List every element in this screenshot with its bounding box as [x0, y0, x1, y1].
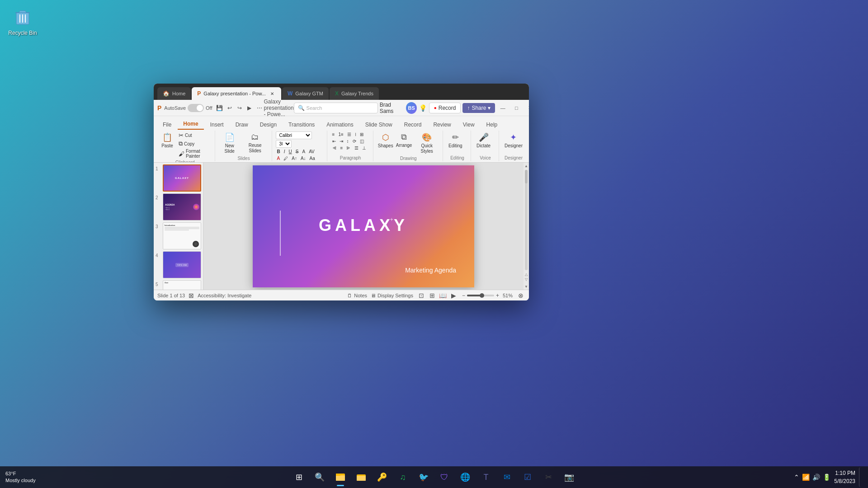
normal-view-button[interactable]: ⊡ — [417, 291, 426, 300]
start-button[interactable]: ⊞ — [289, 467, 309, 487]
decrease-indent-button[interactable]: ⇤ — [331, 138, 337, 144]
scroll-thumb[interactable] — [525, 170, 528, 183]
ribbon-tab-record[interactable]: Record — [399, 120, 427, 130]
slide-subtitle[interactable]: Marketing Agenda — [405, 267, 456, 274]
tab-home[interactable]: 🏠 Home — [157, 87, 191, 100]
slide-preview-1[interactable]: GALAXY — [163, 164, 201, 192]
active-slide[interactable]: GALAXY Marketing Agenda + · ○ — [253, 165, 474, 287]
ribbon-tab-animations[interactable]: Animations — [321, 120, 359, 130]
ribbon-tab-slideshow[interactable]: Slide Show — [360, 120, 398, 130]
slide-title[interactable]: GALAXY — [319, 216, 408, 235]
record-button[interactable]: ● Record — [429, 103, 461, 113]
slide-preview-5[interactable]: Chart — [163, 280, 201, 290]
present-button[interactable]: ▶ — [245, 103, 254, 113]
numbering-button[interactable]: 1≡ — [337, 131, 344, 137]
text-highlight-button[interactable]: 🖊 — [282, 155, 289, 161]
fit-to-window-button[interactable]: ⊗ — [516, 291, 525, 300]
minimize-button[interactable]: — — [497, 103, 509, 113]
user-avatar[interactable]: BS — [406, 102, 417, 114]
align-center-button[interactable]: ≡ — [339, 145, 344, 151]
ribbon-tab-home[interactable]: Home — [178, 119, 203, 130]
taskbar-app-mail[interactable]: ✉ — [497, 467, 517, 487]
columns-button[interactable]: ⁞ — [354, 131, 358, 137]
quick-styles-button[interactable]: 🎨 Quick Styles — [414, 131, 440, 155]
increase-indent-button[interactable]: ⇥ — [338, 138, 344, 144]
display-settings-button[interactable]: 🖥 Display Settings — [371, 293, 413, 298]
recycle-bin-icon[interactable]: Recycle Bin — [5, 5, 41, 36]
slide-thumb-2[interactable]: 2 AGENDA • Item 1 • Item 2 — [156, 193, 201, 221]
underline-button[interactable]: U — [288, 149, 293, 155]
slide-panel[interactable]: 1 GALAXY 2 AGENDA • Item 1 • Item 2 — [154, 163, 203, 290]
clock[interactable]: 1:10 PM 5/8/2023 — [834, 469, 855, 485]
designer-button[interactable]: ✦ Designer — [503, 131, 524, 150]
share-button[interactable]: ↑ Share ▾ — [462, 103, 495, 113]
slide-preview-4[interactable]: TOPIC ONE — [163, 251, 201, 278]
text-shadow-button[interactable]: A — [301, 149, 307, 155]
redo-button[interactable]: ↪ — [235, 103, 244, 113]
accessibility-info[interactable]: Accessibility: Investigate — [198, 293, 251, 298]
format-painter-button[interactable]: 🖌 Format Painter — [177, 148, 212, 159]
volume-icon[interactable]: 🔊 — [812, 474, 820, 481]
taskbar-app-explorer[interactable] — [330, 467, 350, 487]
zoom-plus-icon[interactable]: + — [496, 292, 499, 299]
slide-thumb-4[interactable]: 4 TOPIC ONE — [156, 251, 201, 278]
battery-icon[interactable]: 🔋 — [823, 474, 830, 481]
bold-button[interactable]: B — [276, 149, 282, 155]
font-color-button[interactable]: A — [276, 155, 282, 161]
align-vert-button[interactable]: ⊥ — [361, 145, 368, 151]
taskbar-app-teams[interactable]: T — [476, 467, 496, 487]
taskbar-app-snip[interactable]: ✂ — [538, 467, 558, 487]
slide-thumb-1[interactable]: 1 GALAXY — [156, 164, 201, 192]
zoom-slider[interactable]: − + — [462, 292, 499, 299]
slide-preview-3[interactable]: Introduction — [163, 222, 201, 249]
increase-font-button[interactable]: A↑ — [290, 155, 298, 161]
multilevel-button[interactable]: ☰ — [346, 131, 353, 137]
autosave-toggle[interactable]: AutoSave Off — [164, 104, 212, 112]
chevron-up-icon[interactable]: ⌃ — [794, 474, 799, 481]
decrease-font-button[interactable]: A↓ — [299, 155, 307, 161]
zoom-minus-icon[interactable]: − — [462, 292, 465, 299]
scroll-next-slide[interactable]: ▽ — [524, 277, 528, 282]
cut-button[interactable]: ✂ Cut — [177, 131, 212, 139]
taskbar-app-file-explorer[interactable] — [351, 467, 371, 487]
reuse-slides-button[interactable]: 🗂 Reuse Slides — [241, 131, 269, 155]
taskbar-app-1password[interactable]: 🔑 — [372, 467, 392, 487]
scroll-up-arrow[interactable]: ▲ — [524, 164, 528, 168]
dictate-button[interactable]: 🎤 Dictate — [475, 131, 492, 150]
ribbon-tab-view[interactable]: View — [458, 120, 480, 130]
search-bar[interactable]: 🔍 Search — [294, 103, 378, 113]
search-taskbar-button[interactable]: 🔍 — [310, 467, 330, 487]
taskbar-app-twitter[interactable]: 🐦 — [414, 467, 434, 487]
notes-button[interactable]: 🗒 Notes — [347, 293, 367, 298]
vertical-scrollbar[interactable]: ▲ △ ▽ ▼ — [524, 163, 529, 290]
scroll-track[interactable] — [525, 170, 528, 270]
ribbon-tab-transitions[interactable]: Transitions — [283, 120, 320, 130]
save-button[interactable]: 💾 — [215, 103, 224, 113]
slide-thumb-3[interactable]: 3 Introduction — [156, 222, 201, 249]
taskbar-app-spotify[interactable]: ♫ — [393, 467, 413, 487]
convert-to-smartart-button[interactable]: ◫ — [359, 138, 365, 144]
align-left-button[interactable]: ⫷ — [331, 145, 338, 151]
zoom-thumb[interactable] — [480, 293, 484, 298]
zoom-percent[interactable]: 51% — [503, 293, 513, 298]
line-spacing-button[interactable]: ↕ — [345, 138, 350, 144]
clear-format-button[interactable]: Aa — [308, 155, 316, 161]
undo-button[interactable]: ↩ — [225, 103, 234, 113]
arrange-button[interactable]: ⧉ Arrange — [395, 131, 413, 149]
more-button[interactable]: ⋯ — [255, 103, 264, 113]
ribbon-tab-review[interactable]: Review — [428, 120, 456, 130]
main-canvas[interactable]: GALAXY Marketing Agenda + · ○ — [203, 163, 524, 290]
strikethrough-button[interactable]: S — [294, 149, 300, 155]
tab-close-galaxy[interactable]: ✕ — [269, 90, 276, 97]
new-slide-button[interactable]: 📄 New Slide — [219, 131, 241, 155]
scroll-prev-slide[interactable]: △ — [524, 272, 528, 277]
show-desktop-button[interactable] — [859, 467, 863, 487]
ribbon-tab-file[interactable]: File — [157, 120, 177, 130]
bullets-button[interactable]: ≡ — [331, 131, 336, 137]
taskbar-app-todo[interactable]: ☑ — [518, 467, 538, 487]
scroll-down-arrow[interactable]: ▼ — [524, 284, 528, 289]
char-spacing-button[interactable]: AV — [307, 149, 316, 155]
tab-galaxy-trends[interactable]: X Galaxy Trends — [330, 87, 379, 100]
reading-view-button[interactable]: 📖 — [439, 291, 448, 300]
editing-button[interactable]: ✏ Editing — [447, 131, 464, 150]
